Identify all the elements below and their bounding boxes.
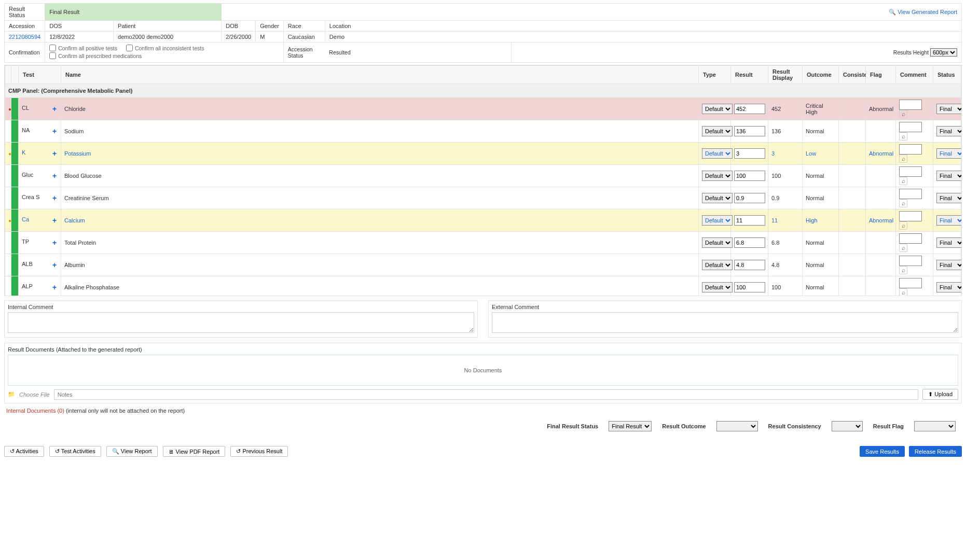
comment-input[interactable] [899, 144, 922, 155]
confirm-positive-checkbox[interactable]: Confirm all positive tests [49, 45, 117, 51]
type-select[interactable]: Default [702, 148, 733, 159]
release-results-button[interactable]: Release Results [909, 446, 962, 457]
result-input[interactable] [734, 171, 765, 181]
result-input[interactable] [734, 215, 765, 226]
expand-icon[interactable]: + [51, 149, 58, 158]
consistency-value [839, 98, 866, 120]
search-icon[interactable]: ⌕ [899, 132, 907, 141]
th-result[interactable]: Result [731, 66, 768, 84]
result-input[interactable] [734, 282, 765, 292]
expand-icon[interactable]: + [51, 127, 58, 135]
result-input[interactable] [734, 104, 765, 114]
status-select[interactable]: Final [936, 148, 961, 159]
search-icon[interactable]: ⌕ [899, 288, 907, 296]
upload-button[interactable]: ⬆ Upload [922, 389, 958, 400]
status-select[interactable]: Final [936, 126, 961, 136]
comment-input[interactable] [899, 211, 922, 221]
comment-input[interactable] [899, 278, 922, 288]
accession-status-value: Resulted [325, 43, 511, 63]
expand-icon[interactable]: + [51, 261, 58, 269]
th-comment[interactable]: Comment [896, 66, 933, 84]
result-input[interactable] [734, 237, 765, 248]
status-select[interactable]: Final [936, 237, 961, 248]
status-select[interactable]: Final [936, 104, 961, 114]
race-value: Caucasian [283, 32, 325, 43]
type-select[interactable]: Default [702, 171, 733, 181]
status-select[interactable]: Final [936, 193, 961, 203]
consistency-value [839, 232, 866, 254]
test-code: TP [22, 239, 29, 245]
table-row: ALB + Albumin Default 4.8 Normal ⌕ Final [5, 254, 961, 276]
search-icon[interactable]: ⌕ [899, 221, 907, 230]
expand-icon[interactable]: + [51, 194, 58, 202]
expand-icon[interactable]: + [51, 105, 58, 113]
type-select[interactable]: Default [702, 260, 733, 270]
th-test[interactable]: Test [19, 66, 61, 84]
search-icon[interactable]: ⌕ [899, 110, 907, 118]
test-name: Potassium [64, 150, 91, 157]
confirm-prescribed-checkbox[interactable]: Confirm all prescribed medications [49, 52, 142, 59]
external-comment-input[interactable] [492, 312, 958, 333]
th-outcome[interactable]: Outcome [803, 66, 839, 84]
comment-input[interactable] [899, 233, 922, 244]
type-select[interactable]: Default [702, 104, 733, 114]
th-type[interactable]: Type [699, 66, 731, 84]
expand-icon[interactable]: + [51, 172, 58, 180]
result-consistency-select[interactable] [832, 421, 863, 431]
th-display[interactable]: Result Display [768, 66, 803, 84]
status-select[interactable]: Final [936, 215, 961, 226]
expand-icon[interactable]: + [51, 239, 58, 247]
internal-comment-input[interactable] [8, 312, 474, 333]
type-select[interactable]: Default [702, 237, 733, 248]
search-icon[interactable]: ⌕ [899, 177, 907, 185]
comment-input[interactable] [899, 256, 922, 266]
status-select[interactable]: Final [936, 260, 961, 270]
results-height-select[interactable]: 600px [930, 48, 957, 57]
flag-value: Abnormal [869, 106, 893, 112]
search-icon[interactable]: ⌕ [899, 244, 907, 252]
notes-input[interactable] [54, 389, 918, 400]
confirm-inconsistent-checkbox[interactable]: Confirm all inconsistent tests [126, 45, 204, 51]
test-activities-button[interactable]: ↺ Test Activities [49, 446, 101, 457]
result-input[interactable] [734, 148, 765, 159]
comment-input[interactable] [899, 100, 922, 110]
expand-icon[interactable]: + [51, 283, 58, 291]
th-name[interactable]: Name [61, 66, 699, 84]
th-consistency[interactable]: Consistency [839, 66, 866, 84]
result-input[interactable] [734, 260, 765, 270]
outcome-value: Normal [806, 195, 824, 201]
expand-icon[interactable]: + [51, 216, 58, 225]
type-select[interactable]: Default [702, 282, 733, 292]
accession-link[interactable]: 2212080594 [9, 34, 40, 40]
status-select[interactable]: Final [936, 171, 961, 181]
type-select[interactable]: Default [702, 126, 733, 136]
search-icon[interactable]: ⌕ [899, 199, 907, 207]
th-flag[interactable]: Flag [866, 66, 896, 84]
view-pdf-button[interactable]: 🗎 View PDF Report [163, 446, 226, 457]
result-input[interactable] [734, 126, 765, 136]
choose-file-button[interactable]: Choose File [19, 391, 50, 398]
result-input[interactable] [734, 193, 765, 203]
severity-marker [5, 187, 11, 209]
activities-button[interactable]: ↺ Activities [4, 446, 44, 457]
type-select[interactable]: Default [702, 215, 733, 226]
result-flag-select[interactable] [914, 421, 956, 431]
comment-input[interactable] [899, 122, 922, 132]
search-icon[interactable]: ⌕ [899, 266, 907, 274]
comment-input[interactable] [899, 189, 922, 199]
result-outcome-select[interactable] [716, 421, 758, 431]
view-generated-report-link[interactable]: 🔍 View Generated Report [889, 9, 957, 16]
save-results-button[interactable]: Save Results [860, 446, 905, 457]
previous-result-button[interactable]: ↺ Previous Result [230, 446, 288, 457]
result-display: 11 [771, 217, 778, 223]
comment-input[interactable] [899, 166, 922, 177]
search-icon[interactable]: ⌕ [899, 155, 907, 163]
status-sidebar [11, 143, 19, 165]
accession-status-label: Accession Status [283, 43, 325, 63]
external-comment-label: External Comment [492, 304, 958, 310]
type-select[interactable]: Default [702, 193, 733, 203]
th-status[interactable]: Status [933, 66, 961, 84]
view-report-button[interactable]: 🔍 View Report [106, 446, 158, 457]
status-select[interactable]: Final [936, 282, 961, 292]
final-result-status-select[interactable]: Final Result [609, 421, 652, 431]
